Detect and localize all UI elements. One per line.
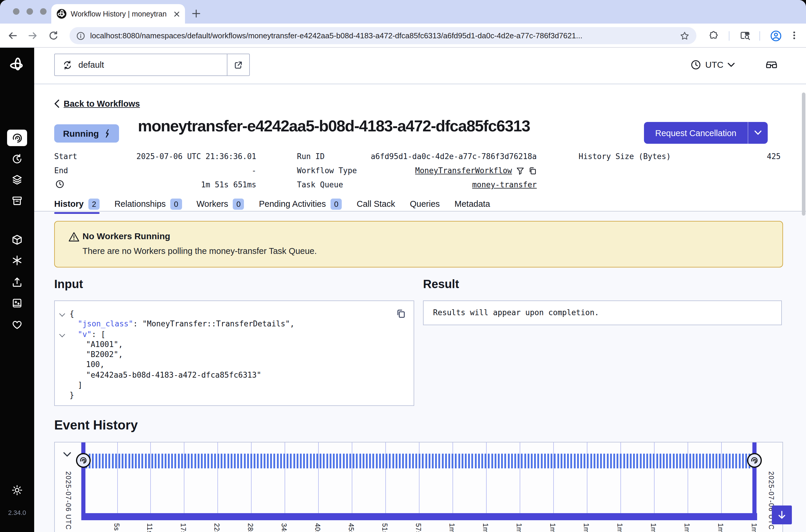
tab-history[interactable]: History2 — [54, 198, 100, 209]
sidebar-item-namespaces[interactable] — [11, 234, 23, 246]
temporal-app: 2.34.0 default UTC — [0, 48, 806, 532]
app-version: 2.34.0 — [0, 509, 34, 516]
theme-toggle-icon[interactable] — [11, 484, 23, 496]
chevron-down-icon[interactable] — [728, 62, 735, 67]
scrollbar-thumb[interactable] — [802, 93, 805, 216]
timezone-select[interactable]: UTC — [705, 59, 724, 70]
sidebar-item-docs[interactable] — [11, 298, 23, 309]
copy-input-icon[interactable] — [396, 309, 406, 319]
request-cancellation-button[interactable]: Request Cancellation — [644, 122, 768, 144]
sidebar-item-nexus[interactable] — [11, 254, 23, 266]
timeline-gridline — [587, 442, 588, 513]
timeline-tick-label: 1m — [750, 523, 757, 532]
tab-metadata[interactable]: Metadata — [455, 199, 490, 209]
bookmark-star-icon[interactable] — [680, 31, 689, 40]
tab-close-icon[interactable] — [174, 11, 180, 17]
timeline-gridline — [620, 442, 621, 513]
tab-count-badge: 2 — [89, 198, 100, 209]
input-json-code: {"json_class": "MoneyTransfer::TransferD… — [55, 309, 414, 400]
workflow-type-link[interactable]: MoneyTransferWorkflow — [415, 165, 512, 177]
browser-menu-icon[interactable] — [789, 31, 799, 40]
toolbar-divider — [760, 31, 760, 41]
json-line: "A1001", — [55, 339, 414, 350]
sidebar-item-archival[interactable] — [11, 195, 23, 207]
sidebar-item-batch-operations[interactable] — [11, 174, 23, 186]
tab-pending-activities[interactable]: Pending Activities0 — [259, 198, 342, 209]
sidebar-item-feedback[interactable] — [11, 319, 23, 330]
no-workers-warning-banner: No Workers Running There are no Workers … — [54, 221, 783, 267]
tab-call-stack[interactable]: Call Stack — [357, 199, 395, 209]
timeline-gridline — [251, 442, 252, 513]
tab-relationships[interactable]: Relationships0 — [114, 198, 182, 209]
workflow-tabs: History2Relationships0Workers0Pending Ac… — [54, 197, 490, 211]
workflow-task-stripe-bar[interactable] — [85, 454, 753, 468]
sidebar-item-schedules[interactable] — [11, 153, 23, 165]
sidebar-item-workflows[interactable] — [7, 130, 27, 146]
namespace-open-button[interactable] — [227, 54, 249, 75]
back-to-workflows-link[interactable]: Back to Workflows — [54, 99, 140, 109]
workflow-end-event-icon[interactable] — [747, 453, 762, 468]
input-heading: Input — [54, 278, 83, 291]
sidebar-item-import[interactable] — [11, 276, 23, 288]
history-size-label: History Size (Bytes) — [579, 151, 671, 163]
collapse-chevron-icon[interactable] — [59, 311, 65, 317]
timeline-gridline — [218, 442, 218, 513]
new-tab-button[interactable] — [192, 10, 200, 18]
tab-label: History — [54, 199, 84, 209]
tab-queries[interactable]: Queries — [410, 199, 440, 209]
namespace-selector[interactable]: default — [54, 54, 250, 76]
back-icon[interactable] — [8, 31, 18, 41]
timeline-tick-label: 34s — [281, 523, 288, 532]
timeline-gridline — [151, 442, 151, 513]
window-dot[interactable] — [40, 8, 46, 15]
timeline-expand-chevron-icon[interactable] — [63, 452, 71, 457]
cancellation-menu-chevron-icon[interactable] — [748, 122, 768, 144]
filter-icon[interactable] — [516, 167, 524, 175]
browser-tab[interactable]: Workflow History | moneytran — [51, 4, 185, 23]
timeline-tick-label: 1m — [650, 523, 657, 532]
warning-message: There are no Workers polling the money-t… — [82, 246, 317, 256]
labs-glasses-icon[interactable] — [765, 59, 778, 71]
request-cancellation-label: Request Cancellation — [644, 122, 748, 144]
profile-avatar-icon[interactable] — [770, 30, 782, 42]
timeline-gridline — [453, 442, 453, 513]
scroll-to-bottom-button[interactable] — [772, 506, 792, 524]
tabs-divider — [34, 211, 806, 211]
timeline-tick-label: 1m — [616, 523, 623, 532]
site-info-icon[interactable] — [77, 32, 85, 40]
timeline-gridline — [419, 442, 420, 513]
json-line: } — [55, 390, 414, 401]
window-controls[interactable] — [13, 8, 46, 15]
timeline-gridline — [319, 442, 319, 513]
window-dot[interactable] — [13, 8, 19, 15]
status-label: Running — [63, 129, 99, 138]
window-dot[interactable] — [26, 8, 33, 15]
temporal-logo-icon[interactable] — [9, 57, 25, 73]
start-value: 2025-07-06 UTC 21:36:36.01 — [54, 151, 256, 163]
tab-label: Relationships — [114, 199, 166, 209]
collapse-chevron-icon[interactable] — [59, 331, 65, 337]
timeline-tick-label: 1m — [717, 523, 724, 532]
extensions-icon[interactable] — [708, 31, 719, 41]
toolbar-divider — [729, 31, 729, 41]
url-bar[interactable]: localhost:8080/namespaces/default/workfl… — [70, 27, 696, 44]
copy-icon[interactable] — [529, 167, 537, 175]
search-tabs-icon[interactable] — [740, 31, 751, 41]
timeline-gridline — [184, 442, 185, 513]
task-queue-link[interactable]: money-transfer — [472, 180, 537, 189]
browser-window: Workflow History | moneytran localhost:8… — [0, 0, 806, 532]
namespace-icon — [62, 60, 73, 70]
timeline-gridline — [688, 442, 688, 513]
timeline-gridline — [486, 442, 487, 513]
reload-icon[interactable] — [48, 31, 58, 41]
timeline-tick-label: 1m — [583, 523, 590, 532]
timeline-tick-label: 17s — [180, 523, 187, 532]
workflow-start-event-icon[interactable] — [76, 453, 91, 468]
timeline-tick-label: 22s — [214, 523, 220, 532]
tab-workers[interactable]: Workers0 — [196, 198, 244, 209]
forward-icon[interactable] — [28, 31, 38, 41]
timeline-tick-label: 11s — [147, 523, 153, 532]
workflow-title: moneytransfer-e4242aa5-b08d-4183-a472-df… — [138, 117, 530, 135]
namespace-name: default — [78, 60, 104, 70]
tab-label: Workers — [196, 199, 228, 209]
